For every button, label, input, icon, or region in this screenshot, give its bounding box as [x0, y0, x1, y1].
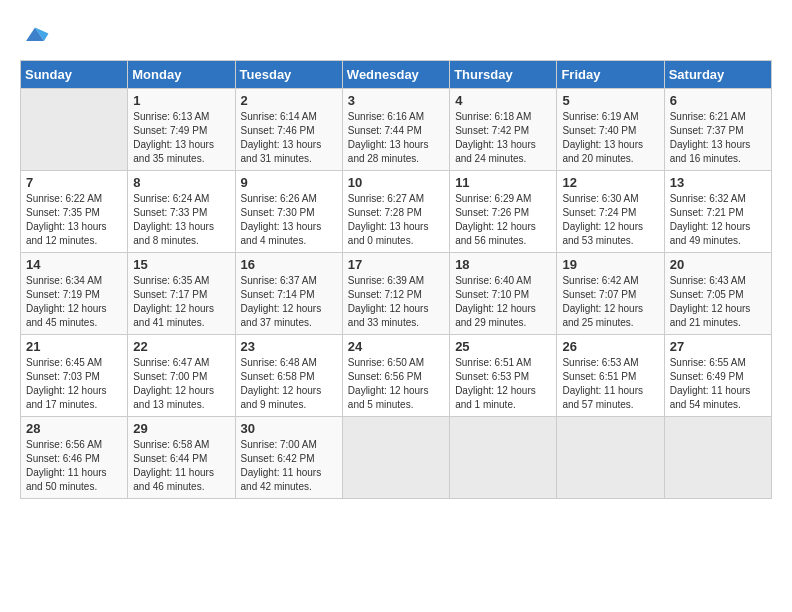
day-number: 3 [348, 93, 444, 108]
day-number: 26 [562, 339, 658, 354]
calendar-cell: 18Sunrise: 6:40 AM Sunset: 7:10 PM Dayli… [450, 253, 557, 335]
day-header-wednesday: Wednesday [342, 61, 449, 89]
calendar-week-4: 21Sunrise: 6:45 AM Sunset: 7:03 PM Dayli… [21, 335, 772, 417]
day-info: Sunrise: 6:14 AM Sunset: 7:46 PM Dayligh… [241, 110, 337, 166]
calendar-cell: 14Sunrise: 6:34 AM Sunset: 7:19 PM Dayli… [21, 253, 128, 335]
day-info: Sunrise: 7:00 AM Sunset: 6:42 PM Dayligh… [241, 438, 337, 494]
day-info: Sunrise: 6:51 AM Sunset: 6:53 PM Dayligh… [455, 356, 551, 412]
calendar-cell [664, 417, 771, 499]
day-info: Sunrise: 6:29 AM Sunset: 7:26 PM Dayligh… [455, 192, 551, 248]
calendar-cell: 5Sunrise: 6:19 AM Sunset: 7:40 PM Daylig… [557, 89, 664, 171]
day-number: 1 [133, 93, 229, 108]
calendar-cell: 16Sunrise: 6:37 AM Sunset: 7:14 PM Dayli… [235, 253, 342, 335]
day-number: 29 [133, 421, 229, 436]
day-number: 18 [455, 257, 551, 272]
day-number: 21 [26, 339, 122, 354]
calendar-cell [557, 417, 664, 499]
day-info: Sunrise: 6:30 AM Sunset: 7:24 PM Dayligh… [562, 192, 658, 248]
calendar-cell: 6Sunrise: 6:21 AM Sunset: 7:37 PM Daylig… [664, 89, 771, 171]
day-number: 28 [26, 421, 122, 436]
day-info: Sunrise: 6:32 AM Sunset: 7:21 PM Dayligh… [670, 192, 766, 248]
day-number: 6 [670, 93, 766, 108]
day-number: 5 [562, 93, 658, 108]
day-header-monday: Monday [128, 61, 235, 89]
day-info: Sunrise: 6:50 AM Sunset: 6:56 PM Dayligh… [348, 356, 444, 412]
calendar-cell: 20Sunrise: 6:43 AM Sunset: 7:05 PM Dayli… [664, 253, 771, 335]
calendar-cell: 3Sunrise: 6:16 AM Sunset: 7:44 PM Daylig… [342, 89, 449, 171]
day-info: Sunrise: 6:53 AM Sunset: 6:51 PM Dayligh… [562, 356, 658, 412]
day-number: 24 [348, 339, 444, 354]
day-number: 12 [562, 175, 658, 190]
calendar-cell [450, 417, 557, 499]
day-info: Sunrise: 6:13 AM Sunset: 7:49 PM Dayligh… [133, 110, 229, 166]
day-number: 22 [133, 339, 229, 354]
day-info: Sunrise: 6:56 AM Sunset: 6:46 PM Dayligh… [26, 438, 122, 494]
day-info: Sunrise: 6:19 AM Sunset: 7:40 PM Dayligh… [562, 110, 658, 166]
calendar-cell: 1Sunrise: 6:13 AM Sunset: 7:49 PM Daylig… [128, 89, 235, 171]
day-number: 19 [562, 257, 658, 272]
day-number: 11 [455, 175, 551, 190]
day-info: Sunrise: 6:58 AM Sunset: 6:44 PM Dayligh… [133, 438, 229, 494]
calendar-cell: 23Sunrise: 6:48 AM Sunset: 6:58 PM Dayli… [235, 335, 342, 417]
day-number: 8 [133, 175, 229, 190]
day-number: 13 [670, 175, 766, 190]
calendar-cell: 9Sunrise: 6:26 AM Sunset: 7:30 PM Daylig… [235, 171, 342, 253]
day-info: Sunrise: 6:37 AM Sunset: 7:14 PM Dayligh… [241, 274, 337, 330]
calendar-cell: 27Sunrise: 6:55 AM Sunset: 6:49 PM Dayli… [664, 335, 771, 417]
day-header-friday: Friday [557, 61, 664, 89]
calendar-cell: 21Sunrise: 6:45 AM Sunset: 7:03 PM Dayli… [21, 335, 128, 417]
calendar-cell: 12Sunrise: 6:30 AM Sunset: 7:24 PM Dayli… [557, 171, 664, 253]
day-number: 2 [241, 93, 337, 108]
calendar-cell: 17Sunrise: 6:39 AM Sunset: 7:12 PM Dayli… [342, 253, 449, 335]
day-info: Sunrise: 6:42 AM Sunset: 7:07 PM Dayligh… [562, 274, 658, 330]
day-info: Sunrise: 6:43 AM Sunset: 7:05 PM Dayligh… [670, 274, 766, 330]
day-info: Sunrise: 6:55 AM Sunset: 6:49 PM Dayligh… [670, 356, 766, 412]
calendar-cell [342, 417, 449, 499]
calendar-cell: 26Sunrise: 6:53 AM Sunset: 6:51 PM Dayli… [557, 335, 664, 417]
page-header [20, 20, 772, 50]
day-number: 7 [26, 175, 122, 190]
day-info: Sunrise: 6:48 AM Sunset: 6:58 PM Dayligh… [241, 356, 337, 412]
day-info: Sunrise: 6:40 AM Sunset: 7:10 PM Dayligh… [455, 274, 551, 330]
calendar-cell: 8Sunrise: 6:24 AM Sunset: 7:33 PM Daylig… [128, 171, 235, 253]
day-info: Sunrise: 6:16 AM Sunset: 7:44 PM Dayligh… [348, 110, 444, 166]
calendar-cell: 30Sunrise: 7:00 AM Sunset: 6:42 PM Dayli… [235, 417, 342, 499]
day-number: 20 [670, 257, 766, 272]
day-info: Sunrise: 6:35 AM Sunset: 7:17 PM Dayligh… [133, 274, 229, 330]
day-info: Sunrise: 6:21 AM Sunset: 7:37 PM Dayligh… [670, 110, 766, 166]
calendar-cell: 25Sunrise: 6:51 AM Sunset: 6:53 PM Dayli… [450, 335, 557, 417]
calendar-cell: 28Sunrise: 6:56 AM Sunset: 6:46 PM Dayli… [21, 417, 128, 499]
logo [20, 20, 54, 50]
day-info: Sunrise: 6:39 AM Sunset: 7:12 PM Dayligh… [348, 274, 444, 330]
calendar-cell: 2Sunrise: 6:14 AM Sunset: 7:46 PM Daylig… [235, 89, 342, 171]
calendar-week-5: 28Sunrise: 6:56 AM Sunset: 6:46 PM Dayli… [21, 417, 772, 499]
day-info: Sunrise: 6:34 AM Sunset: 7:19 PM Dayligh… [26, 274, 122, 330]
calendar-cell: 29Sunrise: 6:58 AM Sunset: 6:44 PM Dayli… [128, 417, 235, 499]
day-header-sunday: Sunday [21, 61, 128, 89]
calendar-cell: 7Sunrise: 6:22 AM Sunset: 7:35 PM Daylig… [21, 171, 128, 253]
day-number: 25 [455, 339, 551, 354]
calendar-week-1: 1Sunrise: 6:13 AM Sunset: 7:49 PM Daylig… [21, 89, 772, 171]
day-info: Sunrise: 6:26 AM Sunset: 7:30 PM Dayligh… [241, 192, 337, 248]
calendar-cell: 24Sunrise: 6:50 AM Sunset: 6:56 PM Dayli… [342, 335, 449, 417]
calendar-cell: 10Sunrise: 6:27 AM Sunset: 7:28 PM Dayli… [342, 171, 449, 253]
calendar-cell: 19Sunrise: 6:42 AM Sunset: 7:07 PM Dayli… [557, 253, 664, 335]
day-number: 15 [133, 257, 229, 272]
day-number: 17 [348, 257, 444, 272]
day-number: 9 [241, 175, 337, 190]
day-header-tuesday: Tuesday [235, 61, 342, 89]
day-number: 16 [241, 257, 337, 272]
calendar-cell: 13Sunrise: 6:32 AM Sunset: 7:21 PM Dayli… [664, 171, 771, 253]
calendar-table: SundayMondayTuesdayWednesdayThursdayFrid… [20, 60, 772, 499]
calendar-cell: 11Sunrise: 6:29 AM Sunset: 7:26 PM Dayli… [450, 171, 557, 253]
day-info: Sunrise: 6:45 AM Sunset: 7:03 PM Dayligh… [26, 356, 122, 412]
calendar-cell [21, 89, 128, 171]
logo-icon [20, 20, 50, 50]
calendar-header-row: SundayMondayTuesdayWednesdayThursdayFrid… [21, 61, 772, 89]
calendar-cell: 4Sunrise: 6:18 AM Sunset: 7:42 PM Daylig… [450, 89, 557, 171]
day-number: 10 [348, 175, 444, 190]
calendar-week-3: 14Sunrise: 6:34 AM Sunset: 7:19 PM Dayli… [21, 253, 772, 335]
calendar-cell: 15Sunrise: 6:35 AM Sunset: 7:17 PM Dayli… [128, 253, 235, 335]
day-number: 4 [455, 93, 551, 108]
day-info: Sunrise: 6:47 AM Sunset: 7:00 PM Dayligh… [133, 356, 229, 412]
